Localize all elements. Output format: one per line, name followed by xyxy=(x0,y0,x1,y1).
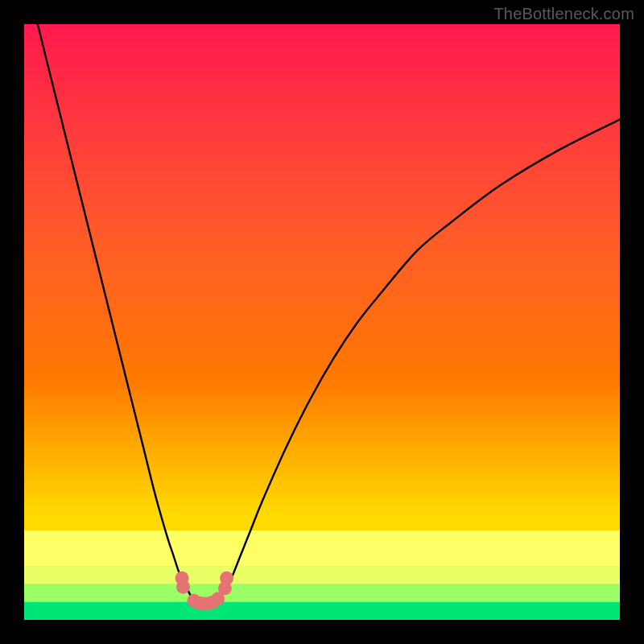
svg-rect-2 xyxy=(24,584,620,602)
bottleneck-chart xyxy=(24,24,620,620)
svg-rect-0 xyxy=(24,530,620,566)
plot-area xyxy=(24,24,620,620)
watermark-text: TheBottleneck.com xyxy=(493,5,634,23)
svg-rect-1 xyxy=(24,566,620,584)
chart-container: TheBottleneck.com xyxy=(0,0,644,644)
data-point xyxy=(176,580,190,594)
gradient-bands xyxy=(24,530,620,620)
data-point xyxy=(220,572,233,585)
svg-rect-3 xyxy=(24,602,620,620)
